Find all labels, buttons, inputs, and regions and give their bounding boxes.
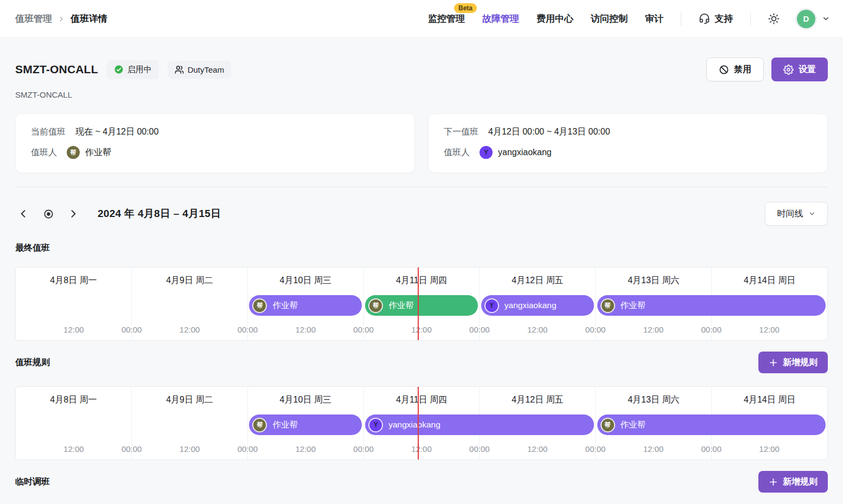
nav-item-billing[interactable]: 费用中心: [537, 12, 573, 25]
next-week-button[interactable]: [65, 206, 81, 222]
next-person-label: 值班人: [444, 147, 470, 158]
shift-pill[interactable]: 帮作业帮: [249, 295, 362, 316]
pill-name: yangxiaokang: [504, 301, 557, 310]
bar-row: 帮作业帮帮作业帮Yyangxiaokang帮作业帮: [16, 295, 827, 316]
pill-avatar: 帮: [601, 298, 615, 313]
next-shift-time: 4月12日 00:00 ~ 4月13日 00:00: [488, 126, 610, 138]
support-link[interactable]: 支持: [699, 12, 733, 25]
ban-icon: [719, 65, 729, 75]
pill-avatar: Y: [484, 298, 499, 313]
breadcrumb-parent[interactable]: 值班管理: [15, 12, 52, 25]
current-person-name: 作业帮: [85, 147, 111, 158]
now-line: [418, 267, 419, 340]
breadcrumb-chevron-icon: [58, 15, 65, 23]
tick-row: 12:0000:0012:0000:0012:0000:0012:0000:00…: [16, 444, 827, 455]
pill-name: 作业帮: [272, 300, 298, 311]
tick-label: 12:00: [411, 325, 432, 334]
add-rule-button[interactable]: 新增规则: [758, 352, 828, 373]
next-shift-card: 下一值班 4月12日 00:00 ~ 4月13日 00:00 值班人 Y yan…: [428, 113, 828, 173]
nav-item-monitoring-label: 监控管理: [428, 14, 465, 24]
user-avatar[interactable]: D: [797, 10, 815, 28]
pill-name: 作业帮: [621, 419, 646, 431]
current-shift-time: 现在 ~ 4月12日 00:00: [75, 126, 158, 138]
tick-label: 12:00: [527, 444, 548, 454]
gear-icon: [783, 65, 794, 75]
tick-label: 00:00: [701, 444, 722, 454]
chevron-down-icon: [808, 210, 816, 218]
nav-item-monitoring[interactable]: 监控管理 Beta: [428, 12, 465, 25]
view-select[interactable]: 时间线: [765, 202, 828, 226]
user-menu[interactable]: D: [797, 10, 830, 28]
next-shift-label: 下一值班: [444, 126, 478, 138]
calendar-title: 2024 年 4月8日 – 4月15日: [98, 207, 221, 221]
shift-pill[interactable]: 帮作业帮: [597, 414, 826, 435]
tick-row: 12:0000:0012:0000:0012:0000:0012:0000:00…: [16, 325, 827, 335]
current-shift-card: 当前值班 现在 ~ 4月12日 00:00 值班人 帮 作业帮: [15, 113, 415, 173]
tick-label: 00:00: [122, 444, 142, 454]
chevron-right-icon: [68, 208, 79, 219]
plus-icon: [769, 477, 778, 487]
disable-button[interactable]: 禁用: [706, 58, 764, 81]
now-line: [418, 387, 419, 460]
team-badge-label: DutyTeam: [188, 65, 225, 74]
tick-label: 12:00: [411, 444, 432, 454]
current-shift-label: 当前值班: [31, 126, 66, 138]
tick-label: 00:00: [585, 325, 606, 334]
today-icon: [43, 208, 54, 220]
shift-pill[interactable]: 帮作业帮: [249, 414, 362, 435]
temp-swap-label: 临时调班: [15, 476, 50, 488]
theme-toggle-button[interactable]: [768, 13, 780, 24]
tick-label: 00:00: [469, 325, 490, 334]
prev-week-button[interactable]: [15, 206, 31, 222]
status-badge-label: 启用中: [127, 65, 152, 75]
pill-name: 作业帮: [621, 300, 646, 311]
view-select-value: 时间线: [777, 208, 803, 220]
pill-avatar: 帮: [601, 418, 615, 432]
chevron-left-icon: [18, 208, 29, 219]
plus-icon: [769, 358, 778, 367]
tick-label: 00:00: [469, 444, 490, 454]
next-person-name: yangxiaokang: [498, 148, 552, 157]
header: 值班管理 值班详情 监控管理 Beta 故障管理 费用中心 访问控制 审计 支持…: [0, 0, 843, 38]
status-badge: 启用中: [107, 60, 159, 79]
breadcrumb-current: 值班详情: [71, 12, 107, 25]
shift-pill[interactable]: Yyangxiaokang: [365, 414, 593, 435]
tick-label: 00:00: [353, 444, 374, 454]
pill-avatar: 帮: [252, 418, 267, 432]
tick-label: 12:00: [759, 325, 780, 334]
today-button[interactable]: [40, 206, 56, 222]
tick-label: 00:00: [585, 444, 606, 454]
pill-avatar: 帮: [252, 298, 267, 313]
headset-icon: [699, 13, 710, 24]
section-divider: [15, 187, 828, 187]
tick-label: 12:00: [180, 444, 200, 454]
nav-item-audit[interactable]: 审计: [645, 12, 663, 25]
team-badge[interactable]: DutyTeam: [168, 61, 232, 79]
shift-pill[interactable]: 帮作业帮: [365, 295, 478, 316]
support-label: 支持: [714, 12, 733, 25]
shift-pill[interactable]: 帮作业帮: [597, 295, 826, 316]
final-schedule-label: 最终值班: [15, 243, 828, 254]
shift-pill[interactable]: Yyangxiaokang: [481, 295, 594, 316]
add-temp-rule-button[interactable]: 新增规则: [758, 471, 828, 493]
page-title: SMZT-ONCALL: [15, 63, 98, 76]
pill-name: yangxiaokang: [388, 420, 440, 430]
check-circle-icon: [114, 65, 124, 74]
nav-item-access-control[interactable]: 访问控制: [591, 12, 628, 25]
main-content: SMZT-ONCALL 启用中 DutyTeam 禁用 设置 SMZT-ONCA…: [0, 58, 843, 493]
tick-label: 00:00: [238, 444, 258, 454]
add-temp-rule-button-label: 新增规则: [783, 476, 818, 488]
nav-item-incident[interactable]: 故障管理: [482, 12, 519, 25]
team-icon: [175, 65, 184, 74]
tick-label: 12:00: [296, 444, 316, 454]
timeline-final: 4月8日 周一4月9日 周二4月10日 周三4月11日 周四4月12日 周五4月…: [15, 267, 828, 341]
add-rule-button-label: 新增规则: [783, 357, 818, 368]
next-person-avatar: Y: [480, 146, 493, 159]
breadcrumb: 值班管理 值班详情: [15, 12, 107, 25]
tick-label: 12:00: [759, 444, 780, 454]
nav-divider: [681, 12, 681, 26]
settings-button[interactable]: 设置: [771, 58, 828, 81]
pill-avatar: Y: [368, 418, 383, 432]
top-nav: 监控管理 Beta 故障管理 费用中心 访问控制 审计 支持 D: [428, 10, 830, 28]
settings-button-label: 设置: [799, 64, 816, 75]
